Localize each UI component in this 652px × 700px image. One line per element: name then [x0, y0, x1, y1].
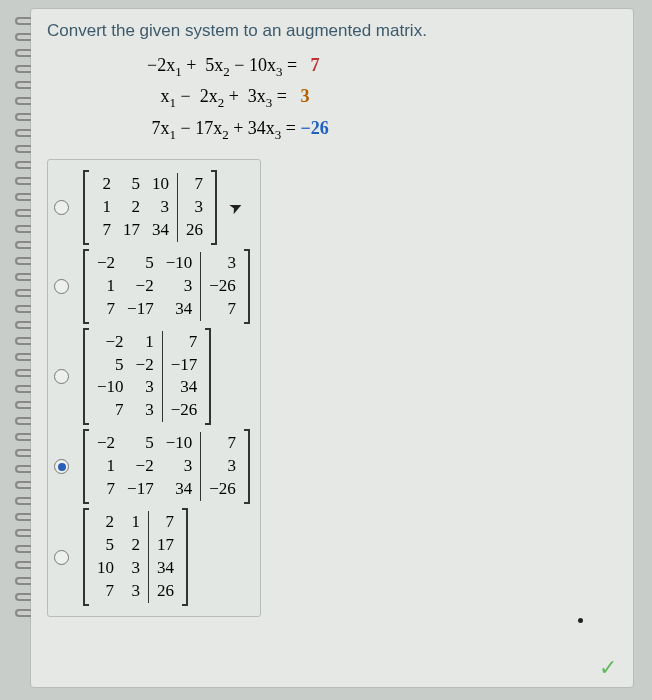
matrix-cell: 10 [97, 557, 114, 580]
matrix-cell: 3 [140, 399, 154, 422]
matrix-cell: 5 [110, 354, 124, 377]
matrix-cell: 7 [101, 478, 115, 501]
matrix-cell: 26 [186, 219, 203, 242]
augmented-matrix: −25−1071−2337−1734−26 [83, 328, 211, 426]
eq2-lhs: x1 − 2x2 + 3x3 = [147, 86, 287, 106]
matrix-cell: −2 [136, 275, 154, 298]
matrix-cell: 7 [222, 432, 236, 455]
answer-option-3[interactable]: −25−1071−2337−1734−26 [54, 328, 250, 426]
answer-option-5[interactable]: 2510712337173426 [54, 508, 250, 606]
matrix-cell: 1 [97, 196, 111, 219]
matrix-cell: 5 [140, 252, 154, 275]
matrix-cell: 5 [100, 534, 114, 557]
matrix-cell: −17 [127, 298, 154, 321]
radio-button[interactable] [54, 550, 69, 565]
eq1-lhs: −2x1 + 5x2 − 10x3 = [147, 55, 297, 75]
matrix-cell: 2 [97, 173, 111, 196]
answer-option-1[interactable]: 2175217103347326➤ [54, 170, 250, 245]
matrix-cell: 34 [157, 557, 174, 580]
eq2-rhs: 3 [300, 86, 309, 106]
eq3-lhs: 7x1 − 17x2 + 34x3 = [147, 118, 296, 138]
matrix-cell: −2 [136, 354, 154, 377]
equation-system: −2x1 + 5x2 − 10x3 = 7 x1 − 2x2 + 3x3 = 3… [147, 51, 615, 145]
radio-button[interactable] [54, 459, 69, 474]
matrix-cell: 3 [178, 455, 192, 478]
spiral-binding [9, 9, 31, 687]
matrix-cell: −17 [127, 478, 154, 501]
matrix-cell: 17 [123, 219, 140, 242]
question-prompt: Convert the given system to an augmented… [47, 21, 615, 41]
matrix-cell: −10 [97, 376, 124, 399]
matrix-cell: 1 [101, 455, 115, 478]
matrix-cell: 7 [222, 298, 236, 321]
matrix-cell: 2 [126, 534, 140, 557]
matrix-cell: −26 [171, 399, 198, 422]
matrix-cell: 26 [157, 580, 174, 603]
matrix-cell: 34 [175, 298, 192, 321]
matrix-cell: −10 [166, 252, 193, 275]
matrix-cell: −2 [106, 331, 124, 354]
matrix-cell: 7 [101, 298, 115, 321]
matrix-cell: 7 [100, 580, 114, 603]
matrix-cell: 34 [152, 219, 169, 242]
matrix-cell: 3 [222, 252, 236, 275]
matrix-cell: 34 [175, 478, 192, 501]
cursor-icon: ➤ [226, 196, 246, 219]
matrix-cell: 3 [178, 275, 192, 298]
matrix-cell: 3 [126, 557, 140, 580]
matrix-cell: 3 [126, 580, 140, 603]
matrix-cell: 3 [222, 455, 236, 478]
augmented-matrix: 2175217103347326 [83, 170, 217, 245]
decorative-dot [578, 618, 583, 623]
checkmark-icon: ✓ [599, 655, 617, 681]
matrix-cell: −26 [209, 478, 236, 501]
matrix-cell: 7 [183, 331, 197, 354]
answer-option-2[interactable]: −2175−2−17−103343−267 [54, 249, 250, 324]
matrix-cell: −10 [166, 432, 193, 455]
eq3-rhs: −26 [300, 118, 328, 138]
matrix-cell: 7 [189, 173, 203, 196]
eq1-rhs: 7 [311, 55, 320, 75]
matrix-cell: 1 [126, 511, 140, 534]
question-card: Convert the given system to an augmented… [30, 8, 634, 688]
matrix-cell: −2 [136, 455, 154, 478]
matrix-cell: −17 [171, 354, 198, 377]
matrix-cell: −2 [97, 252, 115, 275]
radio-button[interactable] [54, 369, 69, 384]
matrix-cell: 7 [110, 399, 124, 422]
answer-options-group: 2175217103347326➤−2175−2−17−103343−267−2… [47, 159, 261, 617]
matrix-cell: 7 [97, 219, 111, 242]
matrix-cell: 3 [140, 376, 154, 399]
radio-button[interactable] [54, 200, 69, 215]
matrix-cell: 7 [160, 511, 174, 534]
matrix-cell: 2 [126, 196, 140, 219]
augmented-matrix: −2175−2−17−1033473−26 [83, 429, 250, 504]
matrix-cell: 3 [189, 196, 203, 219]
matrix-cell: 34 [180, 376, 197, 399]
matrix-cell: −26 [209, 275, 236, 298]
matrix-cell: 2 [100, 511, 114, 534]
matrix-cell: 5 [126, 173, 140, 196]
matrix-cell: 17 [157, 534, 174, 557]
augmented-matrix: −2175−2−17−103343−267 [83, 249, 250, 324]
matrix-cell: 10 [152, 173, 169, 196]
answer-option-4[interactable]: −2175−2−17−1033473−26 [54, 429, 250, 504]
matrix-cell: 3 [155, 196, 169, 219]
matrix-cell: 1 [101, 275, 115, 298]
matrix-cell: −2 [97, 432, 115, 455]
matrix-cell: 5 [140, 432, 154, 455]
augmented-matrix: 2510712337173426 [83, 508, 188, 606]
radio-button[interactable] [54, 279, 69, 294]
matrix-cell: 1 [140, 331, 154, 354]
